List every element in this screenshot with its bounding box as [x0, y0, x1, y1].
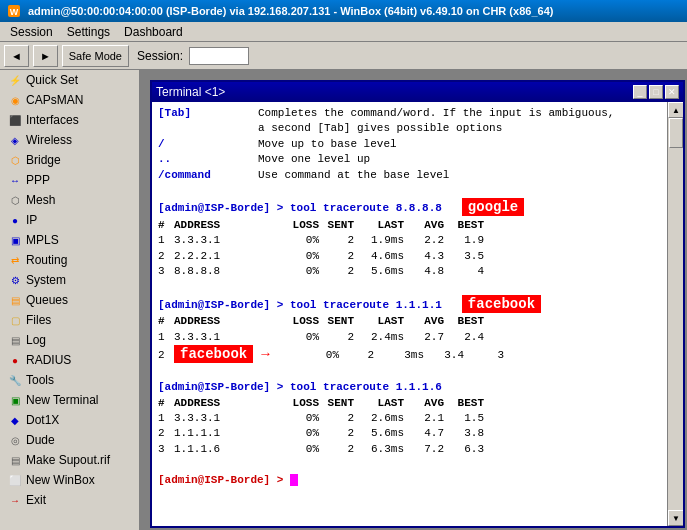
main-layout: ⚡Quick Set◉CAPsMAN⬛Interfaces◈Wireless⬡B…: [0, 70, 687, 530]
log-icon: ▤: [8, 333, 22, 347]
sidebar-item-exit[interactable]: →Exit: [0, 490, 139, 510]
title-bar: W admin@50:00:00:04:00:00 (ISP-Borde) vi…: [0, 0, 687, 22]
traceroute-row-1-0: 13.3.3.10%22.4ms2.72.4: [158, 330, 661, 345]
sidebar-item-bridge[interactable]: ⬡Bridge: [0, 150, 139, 170]
sidebar-item-make-supout[interactable]: ▤Make Supout.rif: [0, 450, 139, 470]
sidebar-item-mesh[interactable]: ⬡Mesh: [0, 190, 139, 210]
cursor: [290, 474, 298, 486]
capsman-icon: ◉: [8, 93, 22, 107]
terminal-help-section: [Tab]Completes the command/word. If the …: [158, 106, 661, 183]
sidebar-item-interfaces[interactable]: ⬛Interfaces: [0, 110, 139, 130]
menu-settings[interactable]: Settings: [61, 24, 116, 40]
capsman-label: CAPsMAN: [26, 93, 83, 107]
scroll-track: [668, 118, 683, 510]
sidebar-item-capsman[interactable]: ◉CAPsMAN: [0, 90, 139, 110]
queues-icon: ▤: [8, 293, 22, 307]
make-supout-label: Make Supout.rif: [26, 453, 110, 467]
interfaces-icon: ⬛: [8, 113, 22, 127]
minimize-button[interactable]: _: [633, 85, 647, 99]
scroll-thumb[interactable]: [669, 118, 683, 148]
exit-icon: →: [8, 493, 22, 507]
scroll-up-button[interactable]: ▲: [668, 102, 683, 118]
sidebar-item-log[interactable]: ▤Log: [0, 330, 139, 350]
sidebar-item-mpls[interactable]: ▣MPLS: [0, 230, 139, 250]
make-supout-icon: ▤: [8, 453, 22, 467]
back-button[interactable]: ◄: [4, 45, 29, 67]
prompt-text: [admin@ISP-Borde] >: [158, 474, 290, 486]
sidebar-item-files[interactable]: ▢Files: [0, 310, 139, 330]
help-desc: Move one level up: [258, 153, 370, 165]
wireless-icon: ◈: [8, 133, 22, 147]
traceroute-row-0-1: 22.2.2.10%24.6ms4.33.5: [158, 249, 661, 264]
ppp-icon: ↔: [8, 173, 22, 187]
sidebar-item-dot1x[interactable]: ◆Dot1X: [0, 410, 139, 430]
sidebar-item-tools[interactable]: 🔧Tools: [0, 370, 139, 390]
routing-icon: ⇄: [8, 253, 22, 267]
close-button[interactable]: ✕: [665, 85, 679, 99]
help-key: ..: [158, 152, 258, 167]
sidebar-item-system[interactable]: ⚙System: [0, 270, 139, 290]
quick-set-label: Quick Set: [26, 73, 78, 87]
help-key: /command: [158, 168, 258, 183]
session-input[interactable]: [189, 47, 249, 65]
label-facebook: facebook: [462, 295, 541, 313]
traceroute-row-2-1: 21.1.1.10%25.6ms4.73.8: [158, 426, 661, 441]
mpls-icon: ▣: [8, 233, 22, 247]
help-desc: Use command at the base level: [258, 169, 449, 181]
label-google: google: [462, 198, 524, 216]
sidebar-item-quick-set[interactable]: ⚡Quick Set: [0, 70, 139, 90]
help-desc: Completes the command/word. If the input…: [258, 107, 614, 119]
sidebar-item-ppp[interactable]: ↔PPP: [0, 170, 139, 190]
sidebar-item-wireless[interactable]: ◈Wireless: [0, 130, 139, 150]
terminal-body: [Tab]Completes the command/word. If the …: [152, 102, 683, 526]
terminal-controls: _ □ ✕: [633, 85, 679, 99]
help-key: [Tab]: [158, 106, 258, 121]
label-facebook: facebook: [174, 345, 253, 363]
menu-bar: Session Settings Dashboard: [0, 22, 687, 42]
forward-button[interactable]: ►: [33, 45, 58, 67]
traceroute-cmd-1: [admin@ISP-Borde] > tool traceroute 1.1.…: [158, 295, 661, 315]
files-label: Files: [26, 313, 51, 327]
ip-icon: ●: [8, 213, 22, 227]
sidebar-item-dude[interactable]: ◎Dude: [0, 430, 139, 450]
traceroute-row-2-2: 31.1.1.60%26.3ms7.26.3: [158, 442, 661, 457]
sidebar-item-new-terminal[interactable]: ▣New Terminal: [0, 390, 139, 410]
ip-label: IP: [26, 213, 37, 227]
new-terminal-label: New Terminal: [26, 393, 98, 407]
menu-session[interactable]: Session: [4, 24, 59, 40]
quick-set-icon: ⚡: [8, 73, 22, 87]
mesh-icon: ⬡: [8, 193, 22, 207]
traceroute-header-1: #ADDRESSLOSSSENTLASTAVGBEST: [158, 314, 661, 329]
scroll-down-button[interactable]: ▼: [668, 510, 683, 526]
mesh-label: Mesh: [26, 193, 55, 207]
traceroute-cmd-0: [admin@ISP-Borde] > tool traceroute 8.8.…: [158, 198, 661, 218]
maximize-button[interactable]: □: [649, 85, 663, 99]
safe-mode-button[interactable]: Safe Mode: [62, 45, 129, 67]
tools-icon: 🔧: [8, 373, 22, 387]
exit-label: Exit: [26, 493, 46, 507]
traceroute-row-0-2: 38.8.8.80%25.6ms4.84: [158, 264, 661, 279]
menu-dashboard[interactable]: Dashboard: [118, 24, 189, 40]
sidebar-item-routing[interactable]: ⇄Routing: [0, 250, 139, 270]
bridge-icon: ⬡: [8, 153, 22, 167]
sidebar: ⚡Quick Set◉CAPsMAN⬛Interfaces◈Wireless⬡B…: [0, 70, 140, 530]
sidebar-item-queues[interactable]: ▤Queues: [0, 290, 139, 310]
new-winbox-icon: ⬜: [8, 473, 22, 487]
traceroute-header-0: #ADDRESSLOSSSENTLASTAVGBEST: [158, 218, 661, 233]
terminal-scrollbar[interactable]: ▲ ▼: [667, 102, 683, 526]
dude-icon: ◎: [8, 433, 22, 447]
new-terminal-icon: ▣: [8, 393, 22, 407]
sidebar-item-ip[interactable]: ●IP: [0, 210, 139, 230]
mpls-label: MPLS: [26, 233, 59, 247]
bridge-label: Bridge: [26, 153, 61, 167]
terminal-content[interactable]: [Tab]Completes the command/word. If the …: [152, 102, 667, 526]
system-icon: ⚙: [8, 273, 22, 287]
queues-label: Queues: [26, 293, 68, 307]
help-desc: a second [Tab] gives possible options: [258, 122, 502, 134]
radius-icon: ●: [8, 353, 22, 367]
dot1x-icon: ◆: [8, 413, 22, 427]
sidebar-item-new-winbox[interactable]: ⬜New WinBox: [0, 470, 139, 490]
terminal-title: Terminal <1>: [156, 85, 225, 99]
traceroute-cmd-2: [admin@ISP-Borde] > tool traceroute 1.1.…: [158, 380, 661, 395]
sidebar-item-radius[interactable]: ●RADIUS: [0, 350, 139, 370]
